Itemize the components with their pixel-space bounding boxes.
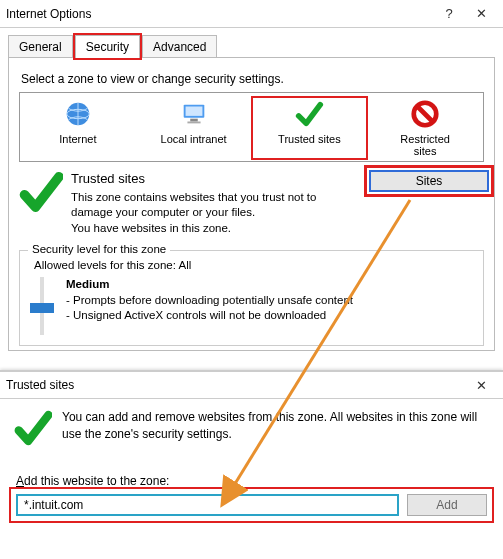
- zone-list: Internet Local intranet Trusted sites Re…: [19, 92, 484, 162]
- help-button[interactable]: ?: [433, 6, 465, 21]
- zone-description: Trusted sites This zone contains website…: [19, 170, 484, 236]
- level-name: Medium: [66, 278, 109, 290]
- nosign-icon: [410, 99, 440, 131]
- tab-strip: General Security Advanced: [0, 28, 503, 57]
- add-button[interactable]: Add: [407, 494, 487, 516]
- window-title: Internet Options: [6, 7, 433, 21]
- security-level-group: Security level for this zone Allowed lev…: [19, 250, 484, 346]
- dialog-title: Trusted sites: [6, 378, 465, 392]
- website-input[interactable]: [16, 494, 399, 516]
- zone-select-label: Select a zone to view or change security…: [21, 72, 484, 86]
- level-bullet-1: - Prompts before downloading potentially…: [66, 294, 353, 306]
- security-slider[interactable]: [28, 277, 56, 335]
- zone-trusted-sites[interactable]: Trusted sites: [252, 97, 368, 159]
- zone-label-text: Trusted sites: [278, 133, 341, 145]
- svg-rect-4: [190, 119, 198, 122]
- zone-desc-line1: This zone contains websites that you tru…: [71, 190, 341, 221]
- close-button[interactable]: ✕: [465, 378, 497, 393]
- svg-line-7: [418, 107, 433, 122]
- zone-label-text: Internet: [59, 133, 96, 145]
- zone-restricted-sites[interactable]: Restrictedsites: [367, 97, 483, 159]
- close-button[interactable]: ✕: [465, 6, 497, 21]
- tab-advanced[interactable]: Advanced: [142, 35, 217, 58]
- svg-rect-5: [187, 122, 200, 124]
- globe-icon: [63, 99, 93, 131]
- zone-label-text: Local intranet: [161, 133, 227, 145]
- zone-local-intranet[interactable]: Local intranet: [136, 97, 252, 159]
- trusted-sites-description-row: You can add and remove websites from thi…: [14, 409, 489, 452]
- add-website-row: Add: [14, 492, 489, 518]
- tab-general[interactable]: General: [8, 35, 73, 58]
- trusted-sites-titlebar: Trusted sites ✕: [0, 371, 503, 399]
- add-website-label: Add this website to the zone:: [16, 474, 489, 488]
- add-website-label-text: dd this website to the zone:: [24, 474, 169, 488]
- security-level-caption: Security level for this zone: [28, 243, 170, 255]
- tab-security[interactable]: Security: [75, 35, 140, 58]
- svg-rect-3: [185, 107, 202, 116]
- allowed-levels: Allowed levels for this zone: All: [34, 259, 475, 271]
- computer-icon: [179, 99, 209, 131]
- level-bullet-2: - Unsigned ActiveX controls will not be …: [66, 309, 326, 321]
- trusted-sites-dialog: Trusted sites ✕ You can add and remove w…: [0, 370, 503, 559]
- zone-name: Trusted sites: [71, 170, 341, 188]
- security-tab-body: Select a zone to view or change security…: [8, 57, 495, 351]
- security-level-text: Medium - Prompts before downloading pote…: [66, 277, 353, 335]
- trusted-sites-description: You can add and remove websites from thi…: [62, 409, 489, 452]
- checkmark-icon: [14, 409, 52, 452]
- zone-label-text: Restrictedsites: [400, 133, 450, 157]
- checkmark-icon: [294, 99, 324, 131]
- internet-options-titlebar: Internet Options ? ✕: [0, 0, 503, 28]
- zone-desc-line2: You have websites in this zone.: [71, 221, 341, 237]
- checkmark-icon: [19, 170, 63, 236]
- zone-internet[interactable]: Internet: [20, 97, 136, 159]
